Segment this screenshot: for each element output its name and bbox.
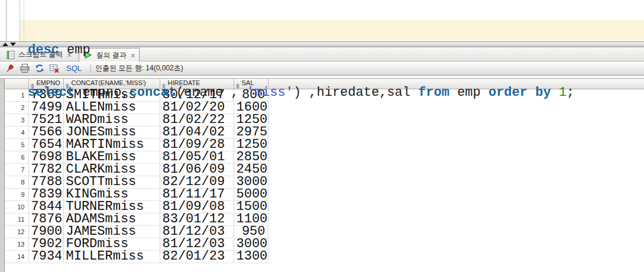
cell-sal[interactable]: 1300 [234, 251, 268, 263]
table-row: 147934MILLERmiss82/01/231300 [5, 251, 644, 263]
row-number-cell[interactable]: 6 [5, 151, 28, 164]
cell-filler [268, 251, 644, 263]
sql-editor[interactable]: select empno,concat(ename , 'miss') ,hir… [0, 0, 644, 41]
sql-statement: desc emp [28, 40, 644, 60]
row-number-cell[interactable]: 8 [5, 176, 28, 189]
cell-filler [268, 213, 644, 226]
cell-concat[interactable]: MILLERmiss [63, 251, 160, 263]
cell-filler [268, 226, 644, 238]
cell-filler [268, 238, 644, 251]
cell-filler [268, 164, 644, 176]
cell-filler [268, 201, 644, 213]
row-number-cell[interactable]: 14 [5, 251, 28, 263]
cell-hiredate[interactable]: 82/01/23 [160, 251, 234, 263]
row-number-cell[interactable]: 9 [5, 189, 28, 201]
code-line: desc emp [0, 0, 644, 20]
sql-developer-window: select empno,concat(ename , 'miss') ,hir… [0, 0, 644, 272]
cell-empno[interactable]: 7934 [28, 251, 63, 263]
cell-filler [268, 189, 644, 201]
cell-filler [268, 151, 644, 164]
row-number-cell[interactable]: 13 [5, 238, 28, 251]
indent-guide-line [24, 0, 24, 41]
row-number-cell[interactable]: 7 [5, 164, 28, 176]
cell-filler [268, 176, 644, 189]
row-number-cell[interactable]: 12 [5, 226, 28, 238]
row-number-cell[interactable]: 10 [5, 201, 28, 213]
row-number-cell[interactable]: 11 [5, 213, 28, 226]
